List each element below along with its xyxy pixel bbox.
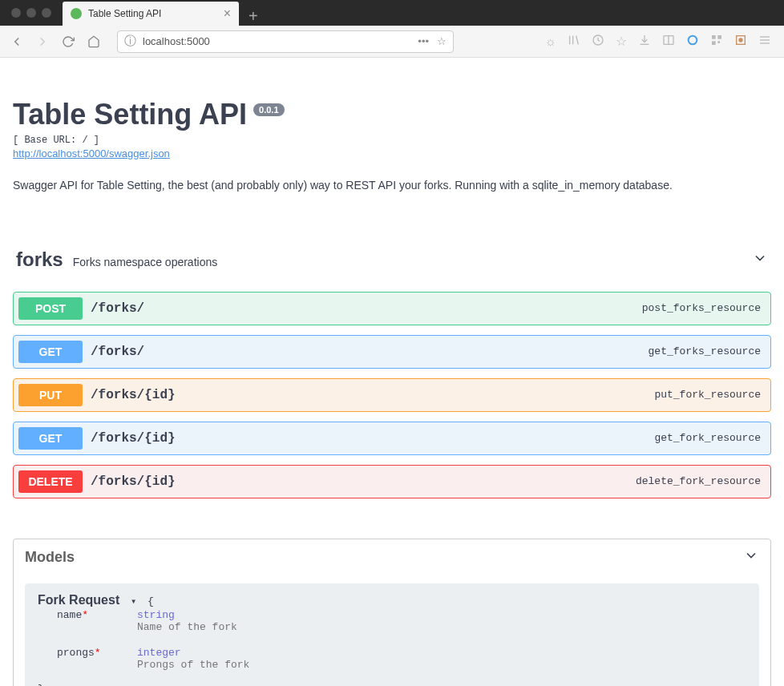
prop-name: name* [57, 609, 137, 621]
chevron-down-icon [752, 250, 768, 270]
operation-id: get_fork_resource [654, 432, 766, 444]
page-title: Table Setting API [13, 98, 247, 131]
grid-icon[interactable] [710, 34, 723, 50]
maximize-window-button[interactable] [42, 8, 51, 18]
minimize-window-button[interactable] [26, 8, 36, 18]
method-badge: PUT [18, 384, 83, 406]
operation-delete-row[interactable]: DELETE/forks/{id}delete_fork_resource [13, 465, 771, 498]
prop-type: integer [137, 647, 181, 659]
tag-description: Forks namespace operations [73, 256, 218, 268]
reload-button[interactable] [59, 33, 77, 50]
page-content: Table Setting API 0.0.1 [ Base URL: / ] … [0, 58, 784, 686]
extension-icon[interactable]: ☼ [544, 34, 556, 49]
svg-point-8 [689, 35, 697, 44]
operation-path: /forks/{id} [91, 474, 176, 489]
method-badge: DELETE [18, 470, 83, 493]
base-url-label: [ Base URL: / ] [13, 135, 771, 146]
prop-name: prongs* [57, 647, 137, 659]
window-titlebar: Table Setting API × + [0, 0, 784, 26]
method-badge: GET [18, 427, 83, 450]
tag-section-forks: forks Forks namespace operations POST/fo… [13, 242, 771, 498]
operation-id: delete_fork_resource [636, 475, 766, 487]
browser-toolbar: ⓘ localhost:5000 ••• ☆ ☼ ☆ [0, 26, 784, 58]
operation-path: /forks/ [91, 345, 144, 359]
operation-get-row[interactable]: GET/forks/get_forks_resource [13, 335, 771, 369]
traffic-lights [0, 8, 63, 18]
tag-header[interactable]: forks Forks namespace operations [13, 242, 771, 277]
browser-tab[interactable]: Table Setting API × [63, 2, 239, 26]
operation-id: get_forks_resource [649, 345, 766, 357]
history-icon[interactable] [592, 34, 604, 50]
models-header[interactable]: Models [14, 539, 770, 575]
extension-box-icon[interactable] [734, 34, 747, 50]
operation-post-row[interactable]: POST/forks/post_forks_resource [13, 292, 771, 325]
download-icon[interactable] [638, 34, 651, 50]
library-icon[interactable] [568, 34, 580, 50]
svg-rect-10 [717, 35, 721, 39]
tag-name: forks [16, 248, 63, 271]
operation-get-row[interactable]: GET/forks/{id}get_fork_resource [13, 422, 771, 455]
url-text: localhost:5000 [143, 35, 418, 47]
operation-path: /forks/{id} [91, 431, 176, 446]
operation-id: post_forks_resource [642, 302, 766, 314]
model-fork-request[interactable]: Fork Request ▾ { name*stringName of the … [25, 583, 759, 686]
operation-id: put_fork_resource [654, 389, 766, 401]
brace-open: { [148, 595, 154, 607]
operation-path: /forks/{id} [91, 388, 176, 402]
tab-title: Table Setting API [88, 8, 161, 19]
menu-icon[interactable] [758, 34, 771, 50]
api-description: Swagger API for Table Setting, the best … [13, 178, 771, 194]
toolbar-extensions: ☼ ☆ [544, 34, 776, 50]
address-bar[interactable]: ⓘ localhost:5000 ••• ☆ [117, 30, 454, 53]
prop-description: Name of the fork [137, 621, 746, 633]
back-button[interactable] [8, 33, 26, 50]
close-tab-icon[interactable]: × [224, 6, 231, 21]
operation-path: /forks/ [91, 301, 144, 316]
prop-description: Prongs of the fork [137, 659, 746, 671]
home-button[interactable] [85, 33, 103, 50]
chevron-down-icon[interactable]: ▾ [131, 596, 136, 607]
chevron-down-icon [743, 547, 759, 567]
operation-put-row[interactable]: PUT/forks/{id}put_fork_resource [13, 378, 771, 412]
close-window-button[interactable] [11, 8, 21, 18]
prop-type: string [137, 609, 175, 621]
tab-favicon-icon [71, 8, 82, 19]
bookmark-star-icon[interactable]: ☆ [437, 35, 447, 47]
svg-rect-11 [712, 41, 716, 45]
brace-close: } [38, 683, 746, 686]
swagger-json-link[interactable]: http://localhost:5000/swagger.json [13, 147, 170, 159]
method-badge: POST [18, 297, 83, 320]
svg-rect-12 [717, 41, 720, 43]
svg-line-2 [576, 35, 579, 44]
method-badge: GET [18, 341, 83, 363]
page-actions-icon[interactable]: ••• [418, 35, 429, 47]
new-tab-button[interactable]: + [239, 7, 268, 26]
sidebar-icon[interactable] [662, 34, 675, 50]
models-section: Models Fork Request ▾ { name*stringName … [13, 539, 771, 686]
circle-icon[interactable] [686, 34, 699, 50]
models-title: Models [25, 549, 75, 566]
svg-point-14 [739, 38, 742, 42]
operations-list: POST/forks/post_forks_resourceGET/forks/… [13, 292, 771, 498]
bookmark-icon[interactable]: ☆ [616, 34, 627, 49]
forward-button[interactable] [34, 33, 51, 50]
svg-rect-9 [712, 35, 716, 39]
version-badge: 0.0.1 [253, 103, 284, 116]
model-name: Fork Request [38, 593, 119, 607]
site-info-icon[interactable]: ⓘ [124, 34, 136, 49]
tab-strip: Table Setting API × + [63, 0, 784, 26]
